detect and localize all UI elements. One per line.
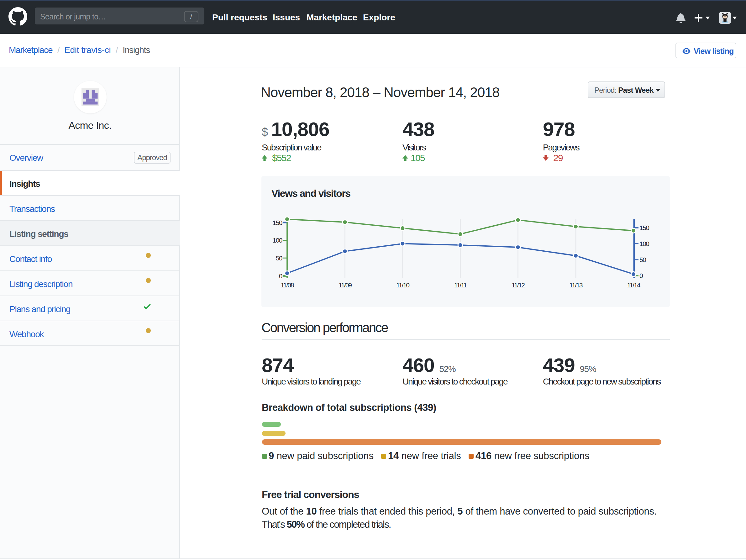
svg-text:11/08: 11/08	[281, 282, 294, 289]
svg-text:150: 150	[272, 219, 282, 226]
svg-text:11/14: 11/14	[627, 282, 641, 289]
svg-text:100: 100	[272, 237, 282, 244]
svg-text:0: 0	[639, 272, 643, 279]
svg-text:11/11: 11/11	[454, 282, 467, 289]
svg-text:11/10: 11/10	[396, 282, 409, 289]
svg-text:0: 0	[279, 272, 282, 279]
svg-text:11/09: 11/09	[339, 282, 352, 289]
svg-text:11/12: 11/12	[512, 282, 525, 289]
svg-text:50: 50	[276, 255, 282, 262]
svg-text:100: 100	[639, 240, 649, 247]
svg-text:Views and visitors: Views and visitors	[271, 188, 350, 199]
svg-text:50: 50	[639, 256, 646, 263]
svg-text:150: 150	[639, 224, 649, 231]
svg-text:11/13: 11/13	[570, 282, 583, 289]
